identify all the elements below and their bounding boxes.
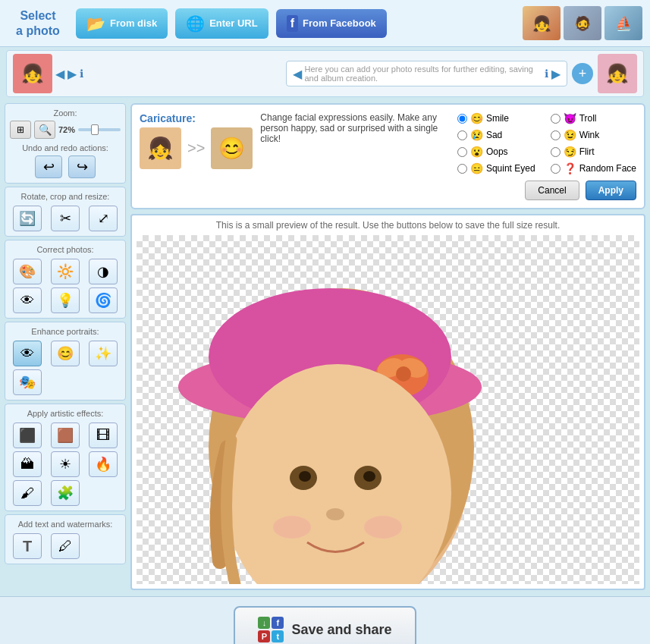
main-area: Zoom: ⊞ 🔍 72% Undo and redo actions: ↩ ↪… [0, 100, 650, 593]
smile-radio[interactable] [457, 114, 467, 124]
artistic-label: Apply artistic effects: [10, 409, 121, 418]
thumbnail-3[interactable]: ⛵ [604, 6, 642, 40]
flirt-radio[interactable] [551, 147, 561, 157]
fire-tool[interactable]: 🔥 [89, 451, 118, 477]
skin-tool[interactable]: ✨ [89, 341, 118, 366]
info-icon-left: ℹ [80, 68, 83, 80]
caricature-title: Caricature: [140, 112, 253, 124]
undo-buttons: ↩ ↪ [10, 156, 121, 178]
caricature-tool[interactable]: 🎭 [13, 369, 42, 395]
random-option[interactable]: ❓ Random Face [551, 162, 636, 174]
thumbnail-2[interactable]: 🧔 [564, 6, 601, 40]
redeye-tool[interactable]: 👁 [13, 287, 42, 313]
from-disk-button[interactable]: 📂 From disk [76, 8, 168, 39]
oops-option[interactable]: 😮 Oops [457, 146, 535, 158]
save-icons: ↓ f P t [258, 617, 284, 642]
sad-option[interactable]: 😢 Sad [457, 129, 535, 141]
troll-label: Troll [579, 113, 597, 124]
rotate-tool[interactable]: 🔄 [13, 206, 42, 231]
select-photo-label: Select a photo [8, 8, 68, 37]
result-thumbnail: 👧 [598, 54, 637, 93]
correct-section: Correct photos: 🎨 🔆 ◑ 👁 💡 🌀 [5, 240, 126, 319]
text-tool[interactable]: T [13, 533, 42, 559]
rotate-label: Rotate, crop and resize: [10, 192, 121, 201]
zoom-value: 72% [58, 125, 75, 134]
zoom-section: Zoom: ⊞ 🔍 72% Undo and redo actions: ↩ ↪ [5, 103, 126, 184]
paint-tool[interactable]: 🖌 [13, 480, 42, 506]
nav-right-arrow[interactable]: ▶ [68, 67, 77, 81]
thumbnail-group: 👧 🧔 ⛵ [523, 6, 642, 40]
save-share-button[interactable]: ↓ f P t Save and share [234, 606, 416, 644]
sidebar: Zoom: ⊞ 🔍 72% Undo and redo actions: ↩ ↪… [5, 103, 126, 590]
artistic-tools: ⬛ 🟫 🎞 🏔 ☀ 🔥 🖌 🧩 [10, 423, 121, 506]
vintage-tool[interactable]: 🎞 [89, 423, 118, 448]
landscape-tool[interactable]: 🏔 [13, 451, 42, 477]
options-col-left: 😊 Smile 😢 Sad 😮 Oops 😑 Squint Eyed [457, 112, 535, 174]
blur-tool[interactable]: 🌀 [89, 287, 118, 313]
enter-url-button[interactable]: 🌐 Enter URL [175, 8, 268, 39]
top-bar: Select a photo 📂 From disk 🌐 Enter URL f… [0, 0, 650, 47]
sad-radio[interactable] [457, 130, 467, 140]
watermark-tool[interactable]: 🖊 [51, 533, 80, 559]
caricature-before: 👧 [140, 127, 181, 169]
undo-label: Undo and redo actions: [10, 143, 121, 152]
contrast-tool[interactable]: ◑ [89, 259, 118, 284]
face-enhance-tool[interactable]: 😊 [51, 341, 80, 366]
eye-enhance-tool[interactable]: 👁 [13, 341, 42, 366]
enhance-tools: 👁 😊 ✨ 🎭 [10, 341, 121, 395]
cancel-button[interactable]: Cancel [525, 181, 579, 200]
caricature-arrow: >> [187, 140, 205, 157]
sepia-tool[interactable]: 🟫 [51, 423, 80, 448]
from-facebook-button[interactable]: f From Facebook [276, 9, 387, 38]
add-photo-button[interactable]: + [572, 63, 593, 84]
facebook-icon: f [287, 15, 298, 32]
brightness-tool[interactable]: 🔆 [51, 259, 80, 284]
sharpen-tool[interactable]: 💡 [51, 287, 80, 313]
caricature-after: 😊 [211, 127, 253, 169]
troll-radio[interactable] [551, 114, 561, 124]
zoom-in-button[interactable]: 🔍 [34, 121, 55, 139]
save-icon: ↓ [258, 617, 270, 629]
mosaic-tool[interactable]: 🧩 [51, 480, 80, 506]
flirt-option[interactable]: 😏 Flirt [551, 146, 636, 158]
url-nav-right: ▶ [551, 67, 561, 81]
text-label: Add text and watermarks: [10, 520, 121, 529]
random-label: Random Face [579, 163, 636, 174]
thumbnail-1[interactable]: 👧 [523, 6, 561, 40]
flirt-label: Flirt [579, 146, 595, 157]
crop-tool[interactable]: ✂ [51, 206, 80, 231]
disk-icon: 📂 [86, 14, 105, 33]
pinterest-icon: P [258, 630, 270, 642]
random-radio[interactable] [551, 164, 561, 174]
url-bar: 👧 ◀ ▶ ℹ ◀ Here you can add your photo re… [6, 50, 644, 97]
apply-button[interactable]: Apply [586, 181, 636, 200]
url-input-area[interactable]: ◀ Here you can add your photo results fo… [286, 61, 568, 86]
zoom-slider-thumb[interactable] [91, 124, 99, 135]
squint-radio[interactable] [457, 164, 467, 174]
enhance-section: Enhance portraits: 👁 😊 ✨ 🎭 [5, 322, 126, 401]
oops-radio[interactable] [457, 147, 467, 157]
smile-option[interactable]: 😊 Smile [457, 112, 535, 124]
zoom-slider[interactable] [78, 128, 121, 131]
wink-option[interactable]: 😉 Wink [551, 129, 636, 141]
redo-button[interactable]: ↪ [68, 156, 96, 178]
sun-tool[interactable]: ☀ [51, 451, 80, 477]
wink-radio[interactable] [551, 130, 561, 140]
undo-button[interactable]: ↩ [35, 156, 62, 178]
squint-label: Squint Eyed [486, 163, 535, 174]
resize-tool[interactable]: ⤢ [89, 206, 118, 231]
bw-tool[interactable]: ⬛ [13, 423, 42, 448]
artistic-section: Apply artistic effects: ⬛ 🟫 🎞 🏔 ☀ 🔥 🖌 🧩 [5, 404, 126, 511]
caricature-buttons: Cancel Apply [140, 181, 636, 200]
zoom-fit-button[interactable]: ⊞ [10, 121, 31, 139]
zoom-controls: ⊞ 🔍 72% [10, 121, 121, 139]
correct-label: Correct photos: [10, 245, 121, 254]
troll-option[interactable]: 😈 Troll [551, 112, 636, 124]
preview-image [144, 235, 485, 584]
squint-option[interactable]: 😑 Squint Eyed [457, 162, 535, 174]
nav-left-arrow[interactable]: ◀ [55, 67, 64, 81]
oops-label: Oops [486, 146, 508, 157]
color-tool[interactable]: 🎨 [13, 259, 42, 284]
wink-label: Wink [579, 130, 600, 140]
caricature-options: 😊 Smile 😢 Sad 😮 Oops 😑 Squint Eyed 😈 Tro… [457, 112, 636, 174]
